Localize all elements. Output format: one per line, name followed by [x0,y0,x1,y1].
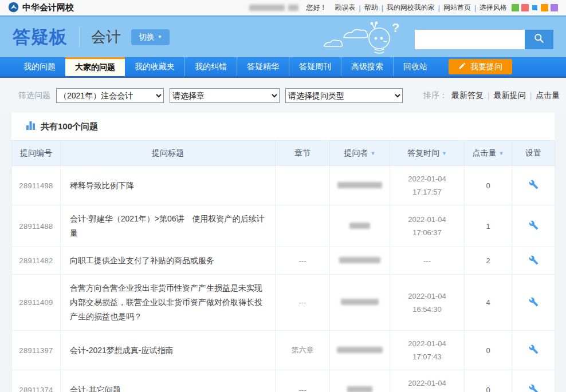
link-help[interactable]: 帮助 [362,3,380,13]
question-type-select[interactable]: 请选择提问类型 [285,88,403,103]
header-question-title: 提问标题 [61,141,276,166]
question-id: 28911498 [12,166,61,205]
reply-time: 2022-01-0416:40:48 [390,370,465,392]
questions-panel: 共有100个问题 提问编号 提问标题 章节 提问者▼ 答复时间▼ [11,113,555,392]
table-row: 28911397 会计-2021梦想成真-应试指南 第六章 2022-01-04… [12,331,555,370]
content-area: 共有100个问题 提问编号 提问标题 章节 提问者▼ 答复时间▼ [0,113,566,392]
question-id: 28911397 [12,331,61,370]
divider: | [488,91,490,100]
chevron-down-icon: ▼ [158,34,162,39]
exam-select[interactable]: （2021年）注会会计 [56,88,164,103]
site-logo[interactable]: 中华会计网校 [8,2,74,14]
style-swatch-red[interactable] [521,4,529,11]
question-title-link[interactable]: 会计-郭建华（2021年）>第06讲 使用权资产的后续计量 [61,205,276,247]
clouds-mascot-doodle: ? [320,19,411,57]
asker-blurred [330,275,390,331]
header-asker-sortable[interactable]: 提问者▼ [330,141,390,166]
question-title-link[interactable]: 合营方向合营企业投出非货币性资产产生损益是未实现内部交易损益，联营企业以非货币资… [61,275,276,331]
question-title-link[interactable]: 会计-2021梦想成真-应试指南 [61,331,276,370]
filter-label: 筛选问题 [18,90,50,101]
chapter-value: --- [276,247,330,275]
style-swatch-orange[interactable] [541,4,548,11]
divider: | [473,4,477,12]
ask-question-label: 我要提问 [470,62,502,72]
asker-blurred [330,166,390,205]
pencil-icon [458,62,466,72]
question-title-link[interactable]: 会计-其它问题 [61,370,276,392]
header-clicks-sortable[interactable]: 点击量▼ [465,141,512,166]
search-icon [533,33,545,46]
username-blurred [249,5,285,11]
chapter-value [276,205,330,247]
switch-subject-button[interactable]: 切换 ▼ [131,29,170,45]
click-count: 0 [465,331,512,370]
settings-wrench-icon[interactable] [512,247,555,275]
click-count: 0 [465,370,512,392]
style-swatch-blue-selected[interactable] [531,4,539,11]
tab-my-favorites[interactable]: 我的收藏夹 [125,57,184,76]
table-row: 28911488 会计-郭建华（2021年）>第06讲 使用权资产的后续计量 2… [12,205,555,247]
current-subject: 会计 [91,27,121,47]
question-id: 28911482 [12,247,61,275]
click-count: 1 [465,205,512,247]
tab-my-corrections[interactable]: 我的纠错 [184,57,237,76]
question-id: 28911409 [12,275,61,331]
asker-blurred [330,247,390,275]
user-badge-blurred [288,5,298,11]
main-nav: 我的问题 大家的问题 我的收藏夹 我的纠错 答疑精华 答疑周刊 高级搜索 回收站… [0,57,566,78]
sort-latest-question[interactable]: 最新提问 [494,90,526,101]
tab-qa-weekly[interactable]: 答疑周刊 [289,57,341,76]
board-title: 答疑板 [13,25,68,49]
search-button[interactable] [525,30,553,49]
search-input[interactable] [415,30,525,49]
table-row: 28911482 向职工提供企业支付了补贴的商品或服务 --- --- 2 [12,247,555,275]
link-choose-style[interactable]: 选择风格 [477,3,509,13]
chapter-select[interactable]: 请选择章 [170,88,280,103]
sort-label: 排序： [423,90,447,101]
ask-question-button[interactable]: 我要提问 [449,59,512,74]
bar-chart-icon [26,121,36,132]
question-title-link[interactable]: 稀释导致比例下降 [61,166,276,205]
top-utility-bar: 中华会计网校 您好！ 勘误表 | 帮助 | 我的网校我的家 | 网站首页 | 选… [0,0,566,15]
question-id: 28911488 [12,205,61,247]
divider: | [530,91,532,100]
tab-advanced-search[interactable]: 高级搜索 [341,57,393,76]
link-errata[interactable]: 勘误表 [333,3,358,13]
link-my-school-home[interactable]: 我的网校我的家 [384,3,437,13]
reply-time: 2022-01-0416:54:30 [390,275,465,331]
click-count: 2 [465,247,512,275]
tab-recycle-bin[interactable]: 回收站 [393,57,437,76]
settings-wrench-icon[interactable] [512,275,555,331]
header-reply-time-sortable[interactable]: 答复时间▼ [390,141,465,166]
header-question-id: 提问编号 [12,141,61,166]
settings-wrench-icon[interactable] [512,166,555,205]
settings-wrench-icon[interactable] [512,331,555,370]
search-box [415,30,553,49]
asker-blurred [330,370,390,392]
tab-my-questions[interactable]: 我的问题 [14,57,65,76]
table-header-row: 提问编号 提问标题 章节 提问者▼ 答复时间▼ 点击量▼ 设置 [12,141,555,166]
table-row: 28911498 稀释导致比例下降 2022-01-0417:17:57 0 [12,166,555,205]
tab-everyones-questions[interactable]: 大家的问题 [65,57,125,76]
questions-table: 提问编号 提问标题 章节 提问者▼ 答复时间▼ 点击量▼ 设置 [11,140,555,392]
table-row: 28911374 会计-其它问题 --- 2022-01-0416:40:48 … [12,370,555,392]
site-logo-text: 中华会计网校 [22,2,74,13]
greeting-text: 您好！ [306,3,327,13]
settings-wrench-icon[interactable] [512,205,555,247]
sort-down-icon: ▼ [371,151,376,156]
asker-blurred [330,331,390,370]
question-count-text: 共有100个问题 [41,121,98,132]
chapter-value [276,166,330,205]
style-swatch-green[interactable] [512,4,519,11]
click-count: 4 [465,275,512,331]
sort-latest-reply[interactable]: 最新答复 [451,90,484,101]
sort-clicks[interactable]: 点击量 [536,90,560,101]
question-title-link[interactable]: 向职工提供企业支付了补贴的商品或服务 [61,247,276,275]
header-chapter: 章节 [276,141,330,166]
tab-qa-highlights[interactable]: 答疑精华 [237,57,289,76]
link-site-home[interactable]: 网站首页 [441,3,473,13]
settings-wrench-icon[interactable] [512,370,555,392]
reply-time: --- [390,247,465,275]
style-swatch-purple[interactable] [551,4,558,11]
divider [79,27,80,47]
